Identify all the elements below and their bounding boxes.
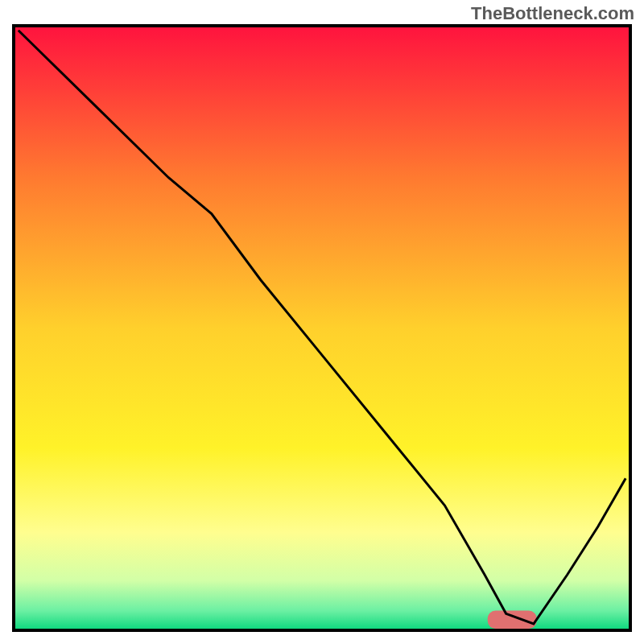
plot-frame [12, 24, 632, 632]
watermark-text: TheBottleneck.com [471, 3, 634, 24]
chart-container: TheBottleneck.com [0, 0, 644, 644]
optimum-marker [488, 611, 537, 629]
plot-svg [15, 27, 629, 629]
